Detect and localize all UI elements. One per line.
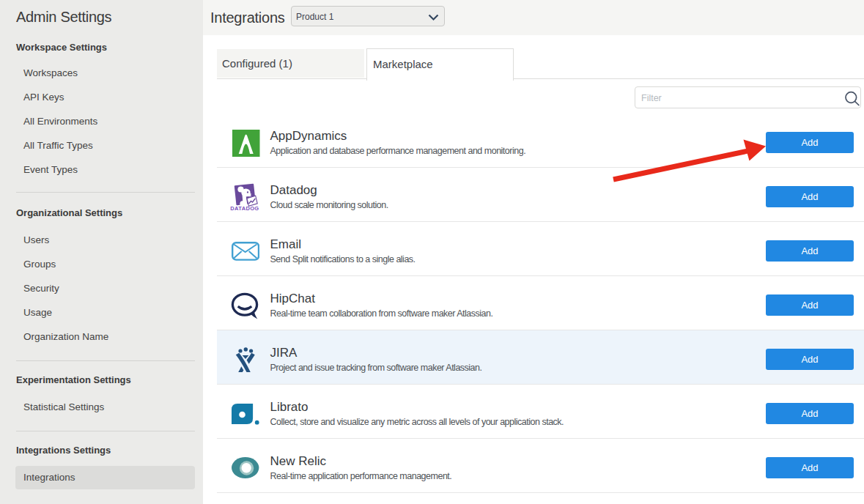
svg-text:DATADOG: DATADOG <box>230 205 259 212</box>
